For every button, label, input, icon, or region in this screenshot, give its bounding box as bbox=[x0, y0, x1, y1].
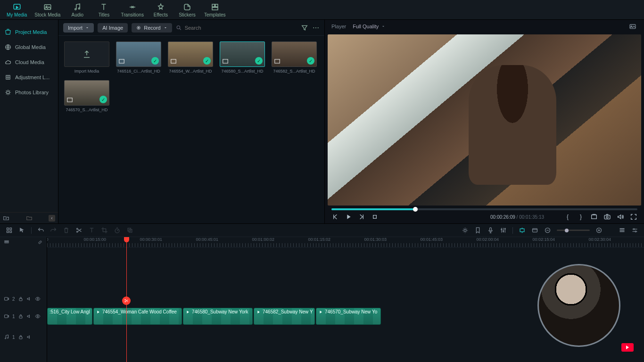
sidebar-global-media[interactable]: Global Media bbox=[0, 41, 58, 54]
nav-stock-media[interactable]: Stock Media bbox=[32, 2, 63, 18]
more-icon[interactable] bbox=[312, 24, 320, 32]
zoom-in-icon[interactable] bbox=[595, 227, 603, 234]
marker-icon[interactable] bbox=[474, 227, 481, 234]
nav-transitions[interactable]: Transitions bbox=[118, 2, 147, 18]
link-icon[interactable] bbox=[37, 239, 43, 245]
svg-point-40 bbox=[503, 230, 504, 231]
zoom-slider[interactable] bbox=[557, 230, 590, 231]
timeline-options-icon[interactable] bbox=[6, 227, 13, 234]
search-input[interactable] bbox=[185, 25, 297, 31]
cursor-tool-icon[interactable] bbox=[18, 227, 25, 234]
track-gutter: 2 1 1 bbox=[0, 237, 47, 362]
svg-rect-28 bbox=[7, 228, 9, 230]
timeline-clip[interactable]: 746554_Woman Cafe Wood Coffee bbox=[93, 308, 182, 325]
video-track-1-header[interactable]: 1 bbox=[0, 306, 47, 327]
svg-rect-47 bbox=[620, 230, 625, 230]
timeline-clip[interactable]: :516_City Low Angle bbox=[47, 308, 92, 325]
mute-icon[interactable] bbox=[26, 313, 32, 319]
snapshot-icon[interactable] bbox=[628, 23, 637, 30]
cut-marker[interactable] bbox=[122, 296, 131, 305]
fullscreen-button[interactable] bbox=[630, 213, 637, 221]
chevron-down-icon bbox=[381, 25, 385, 28]
mute-icon[interactable] bbox=[26, 296, 32, 302]
auto-icon[interactable] bbox=[462, 227, 469, 234]
camera-button[interactable] bbox=[603, 213, 611, 221]
import-media-card[interactable]: Import Media bbox=[64, 41, 109, 74]
lock-icon[interactable] bbox=[18, 313, 24, 319]
stop-button[interactable] bbox=[371, 213, 379, 221]
svg-point-62 bbox=[125, 299, 126, 300]
svg-point-16 bbox=[318, 27, 319, 28]
media-card[interactable]: ✓ 746516_Ci...Artlist_HD bbox=[116, 41, 161, 74]
zoom-knob[interactable] bbox=[565, 229, 569, 232]
zoom-out-icon[interactable] bbox=[544, 227, 551, 234]
nav-my-media[interactable]: My Media bbox=[4, 2, 30, 18]
ai-image-button[interactable]: AI Image bbox=[98, 23, 128, 33]
timeline-clip[interactable]: 746570_Subway New Yo bbox=[316, 308, 381, 325]
lock-icon[interactable] bbox=[18, 334, 24, 340]
nav-templates[interactable]: Templates bbox=[201, 2, 229, 18]
track-view-icon[interactable] bbox=[619, 227, 626, 234]
mark-out-button[interactable]: } bbox=[577, 213, 585, 221]
player-viewport[interactable] bbox=[328, 34, 641, 206]
svg-point-50 bbox=[635, 231, 636, 232]
settings-icon[interactable] bbox=[631, 227, 638, 234]
render-icon[interactable] bbox=[531, 227, 538, 234]
sidebar-project-media[interactable]: Project Media bbox=[0, 25, 58, 39]
nav-effects[interactable]: Effects bbox=[149, 2, 173, 18]
nav-stickers[interactable]: Stickers bbox=[175, 2, 199, 18]
audio-track-1-header[interactable]: 1 bbox=[0, 327, 47, 347]
media-card[interactable]: ✓ 746554_W...Artlist_HD bbox=[168, 41, 213, 74]
timeline-clip[interactable]: 746580_Subway New York bbox=[183, 308, 253, 325]
mute-icon[interactable] bbox=[26, 334, 32, 340]
media-card[interactable]: ✓ 746570_S...Artlist_HD bbox=[64, 80, 109, 112]
track-label: 2 bbox=[12, 296, 15, 302]
nav-label: Templates bbox=[204, 12, 226, 17]
mixer-icon[interactable] bbox=[500, 227, 507, 234]
svg-rect-25 bbox=[592, 215, 597, 219]
video-track-2-header[interactable]: 2 bbox=[0, 292, 47, 306]
voiceover-icon[interactable] bbox=[487, 227, 494, 234]
svg-point-3 bbox=[75, 8, 76, 10]
prev-frame-button[interactable] bbox=[331, 213, 339, 221]
progress-knob[interactable] bbox=[413, 207, 418, 212]
svg-point-49 bbox=[633, 229, 635, 230]
nav-audio[interactable]: Audio bbox=[65, 2, 90, 18]
filter-icon[interactable] bbox=[301, 24, 308, 32]
collapse-sidebar-button[interactable] bbox=[49, 215, 55, 222]
next-frame-button[interactable] bbox=[358, 213, 365, 221]
svg-rect-51 bbox=[5, 241, 8, 242]
undo-icon[interactable] bbox=[37, 227, 44, 234]
split-icon[interactable] bbox=[75, 227, 83, 234]
quality-dropdown[interactable]: Full Quality bbox=[353, 24, 385, 29]
eye-icon[interactable] bbox=[35, 313, 41, 319]
sidebar-cloud-media[interactable]: Cloud Media bbox=[0, 56, 58, 69]
progress-bar[interactable] bbox=[331, 208, 637, 210]
lock-icon[interactable] bbox=[18, 296, 24, 302]
player-header: Player Full Quality bbox=[325, 20, 644, 33]
search-field[interactable] bbox=[176, 25, 297, 31]
media-card[interactable]: ✓ 746580_S...Artlist_HD bbox=[220, 41, 265, 74]
timeline-clip[interactable]: 746582_Subway New Y bbox=[254, 308, 315, 325]
svg-point-4 bbox=[79, 8, 80, 9]
eye-icon[interactable] bbox=[35, 296, 41, 302]
detach-button[interactable] bbox=[590, 213, 598, 221]
redo-icon bbox=[50, 227, 57, 234]
autoreframe-icon[interactable] bbox=[519, 227, 526, 234]
sidebar-adjustment-layer[interactable]: Adjustment L... bbox=[0, 71, 58, 84]
sidebar-photos-library[interactable]: Photos Library bbox=[0, 86, 58, 99]
volume-button[interactable] bbox=[617, 213, 624, 221]
media-card[interactable]: ✓ 746582_S...Artlist_HD bbox=[272, 41, 317, 74]
record-button[interactable]: Record bbox=[132, 23, 172, 33]
svg-point-32 bbox=[77, 228, 78, 230]
new-folder-icon[interactable] bbox=[3, 215, 9, 222]
text-icon bbox=[88, 227, 95, 234]
import-button[interactable]: Import bbox=[63, 23, 94, 33]
delete-icon bbox=[63, 227, 70, 234]
nav-label: Effects bbox=[154, 12, 168, 17]
play-button[interactable] bbox=[345, 213, 352, 221]
nav-titles[interactable]: Titles bbox=[91, 2, 116, 18]
mark-in-button[interactable]: { bbox=[564, 213, 571, 221]
timeline-ruler[interactable]: 0 00:00:15:00 00:00:30:01 00:00:45:01 00… bbox=[47, 237, 644, 247]
tracks-header-icon[interactable] bbox=[4, 239, 9, 245]
